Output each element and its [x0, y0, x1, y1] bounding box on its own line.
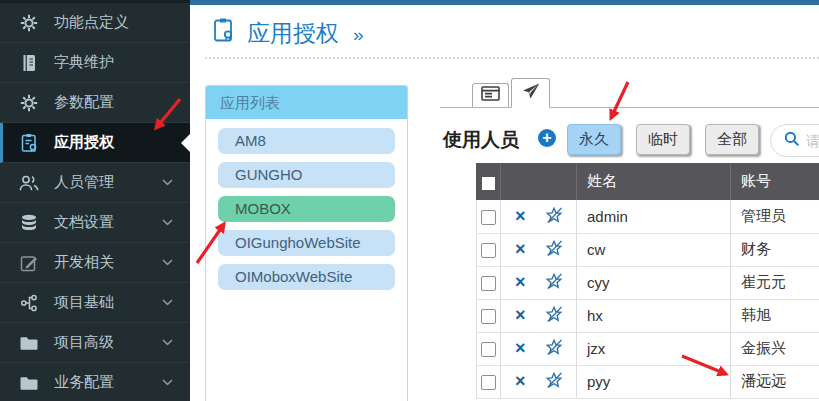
tab-bar	[440, 79, 819, 108]
remove-icon[interactable]: ×	[511, 206, 531, 226]
sidebar-item-4[interactable]: 人员管理	[0, 163, 190, 203]
row-checkbox[interactable]	[481, 276, 496, 291]
paper-plane-icon	[522, 82, 540, 104]
table-row: × admin 管理员	[477, 200, 819, 233]
sidebar-item-6[interactable]: 开发相关	[0, 243, 190, 283]
chevron-down-icon	[162, 219, 173, 226]
sidebar-item-5[interactable]: 文档设置	[0, 203, 190, 243]
sitemap-icon	[19, 293, 39, 313]
star-slash-icon[interactable]	[544, 337, 564, 360]
search-box	[770, 124, 819, 157]
remove-icon[interactable]: ×	[511, 239, 531, 259]
chevron-down-icon	[162, 299, 173, 306]
sidebar-item-label: 项目高级	[54, 333, 147, 352]
chevron-down-icon	[162, 379, 173, 386]
app-list-panel: 应用列表 AM8GUNGHOMOBOXOIGunghoWebSiteOIMobo…	[205, 85, 408, 401]
sidebar-item-label: 项目基础	[54, 293, 147, 312]
tab-list-view[interactable]	[472, 83, 509, 107]
star-slash-icon[interactable]	[544, 238, 564, 261]
table-row: × jzx 金振兴	[477, 332, 819, 365]
name-header: 姓名	[577, 163, 731, 200]
filter-button-0[interactable]: 永久	[567, 124, 621, 155]
table-row: × cw 财务	[477, 233, 819, 266]
sidebar: 功能点定义 字典维护 参数配置 应用授权 人员管理 文档设置 开发相关 项目基础…	[0, 0, 190, 401]
row-checkbox[interactable]	[481, 342, 496, 357]
app-item[interactable]: OIMoboxWebSite	[218, 264, 395, 290]
search-input[interactable]	[806, 133, 819, 149]
people-icon	[19, 173, 39, 193]
name-cell: admin	[577, 200, 731, 233]
sidebar-item-8[interactable]: 项目高级	[0, 323, 190, 363]
star-slash-icon[interactable]	[544, 271, 564, 294]
plus-icon: +	[542, 129, 551, 146]
table-row: × cyy 崔元元	[477, 266, 819, 299]
header-divider	[205, 57, 819, 59]
account-cell: 金振兴	[731, 332, 819, 365]
account-cell: 管理员	[731, 200, 819, 233]
sidebar-item-label: 参数配置	[54, 93, 190, 112]
database-icon	[19, 213, 39, 233]
list-view-icon	[481, 86, 500, 105]
name-cell: hx	[577, 299, 731, 332]
app-authorization-icon	[211, 17, 237, 50]
table-row: × pyy 潘远远	[477, 365, 819, 398]
sidebar-item-9[interactable]: 业务配置	[0, 363, 190, 401]
star-slash-icon[interactable]	[544, 370, 564, 393]
chevron-down-icon	[162, 259, 173, 266]
name-cell: jzx	[577, 332, 731, 365]
name-cell: pyy	[577, 365, 731, 398]
page-title-text: 应用授权	[247, 18, 339, 49]
title-chevrons: »	[353, 24, 364, 46]
account-cell: 潘远远	[731, 365, 819, 398]
add-user-button[interactable]: +	[538, 129, 556, 147]
remove-icon[interactable]: ×	[511, 272, 531, 292]
sidebar-item-label: 业务配置	[54, 373, 147, 392]
sidebar-item-3[interactable]: 应用授权	[0, 123, 190, 163]
table-header-row: 姓名 账号	[477, 163, 819, 200]
row-checkbox[interactable]	[481, 375, 496, 390]
sidebar-item-0[interactable]: 功能点定义	[0, 3, 190, 43]
app-item[interactable]: AM8	[218, 128, 395, 154]
filter-button-1[interactable]: 临时	[636, 124, 690, 155]
select-all-checkbox[interactable]	[482, 177, 495, 190]
account-header: 账号	[731, 163, 819, 200]
edit-icon	[19, 253, 39, 273]
account-cell: 财务	[731, 233, 819, 266]
row-checkbox[interactable]	[481, 243, 496, 258]
book-icon	[19, 53, 39, 73]
row-checkbox[interactable]	[481, 210, 496, 225]
page-title: 应用授权 »	[211, 17, 364, 50]
sidebar-item-7[interactable]: 项目基础	[0, 283, 190, 323]
sidebar-item-label: 功能点定义	[54, 13, 190, 32]
row-checkbox[interactable]	[481, 309, 496, 324]
name-cell: cyy	[577, 266, 731, 299]
sidebar-item-label: 字典维护	[54, 53, 190, 72]
sidebar-item-label: 应用授权	[54, 133, 190, 152]
user-table: 姓名 账号 × admin 管理员 × cw 财务 × cyy 崔元元 ×	[476, 163, 819, 399]
section-label: 使用人员	[443, 127, 519, 153]
sidebar-item-2[interactable]: 参数配置	[0, 83, 190, 123]
remove-icon[interactable]: ×	[511, 305, 531, 325]
actions-header	[501, 163, 577, 200]
chevron-down-icon	[162, 339, 173, 346]
star-slash-icon[interactable]	[544, 304, 564, 327]
sidebar-item-label: 开发相关	[54, 253, 147, 272]
folder-icon	[19, 373, 39, 393]
sidebar-item-1[interactable]: 字典维护	[0, 43, 190, 83]
tab-send-view[interactable]	[511, 78, 550, 108]
sidebar-item-label: 人员管理	[54, 173, 147, 192]
app-item[interactable]: MOBOX	[218, 196, 395, 222]
remove-icon[interactable]: ×	[511, 371, 531, 391]
remove-icon[interactable]: ×	[511, 338, 531, 358]
filter-group: 永久临时全部	[567, 124, 759, 155]
filter-button-2[interactable]: 全部	[705, 124, 759, 155]
app-item[interactable]: OIGunghoWebSite	[218, 230, 395, 256]
account-cell: 韩旭	[731, 299, 819, 332]
app-list: AM8GUNGHOMOBOXOIGunghoWebSiteOIMoboxWebS…	[206, 119, 407, 290]
app-item[interactable]: GUNGHO	[218, 162, 395, 188]
folder-icon	[19, 333, 39, 353]
app-list-title: 应用列表	[206, 86, 407, 119]
star-slash-icon[interactable]	[544, 205, 564, 228]
name-cell: cw	[577, 233, 731, 266]
sidebar-item-label: 文档设置	[54, 213, 147, 232]
